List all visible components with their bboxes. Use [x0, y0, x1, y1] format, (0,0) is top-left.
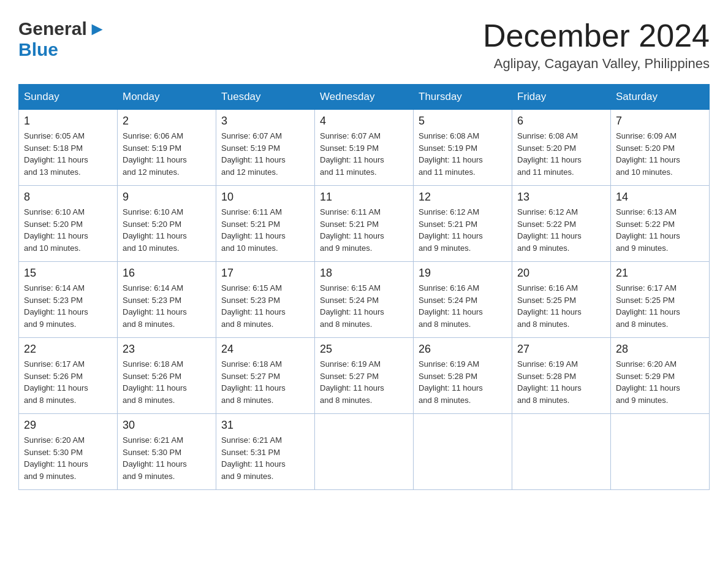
weekday-header-thursday: Thursday [414, 85, 512, 110]
day-info: Sunrise: 6:11 AMSunset: 5:21 PMDaylight:… [221, 206, 309, 254]
day-number: 10 [221, 191, 309, 204]
weekday-header-tuesday: Tuesday [216, 85, 315, 110]
day-info: Sunrise: 6:07 AMSunset: 5:19 PMDaylight:… [320, 130, 408, 178]
logo: General ► Blue [18, 18, 106, 60]
day-info: Sunrise: 6:14 AMSunset: 5:23 PMDaylight:… [123, 282, 211, 330]
day-info: Sunrise: 6:05 AMSunset: 5:18 PMDaylight:… [24, 130, 112, 178]
day-number: 19 [419, 267, 507, 280]
day-number: 3 [221, 115, 309, 128]
day-info: Sunrise: 6:17 AMSunset: 5:25 PMDaylight:… [616, 282, 704, 330]
calendar-cell: 21Sunrise: 6:17 AMSunset: 5:25 PMDayligh… [611, 262, 710, 338]
calendar-cell [611, 414, 710, 490]
day-number: 28 [616, 343, 704, 356]
day-number: 5 [419, 115, 507, 128]
day-info: Sunrise: 6:15 AMSunset: 5:24 PMDaylight:… [320, 282, 408, 330]
calendar-cell: 20Sunrise: 6:16 AMSunset: 5:25 PMDayligh… [512, 262, 611, 338]
day-number: 25 [320, 343, 408, 356]
day-info: Sunrise: 6:16 AMSunset: 5:24 PMDaylight:… [419, 282, 507, 330]
day-number: 22 [24, 343, 112, 356]
calendar-cell: 7Sunrise: 6:09 AMSunset: 5:20 PMDaylight… [611, 110, 710, 186]
day-number: 20 [517, 267, 605, 280]
day-number: 14 [616, 191, 704, 204]
day-number: 9 [123, 191, 211, 204]
calendar-cell [315, 414, 414, 490]
calendar-week-5: 29Sunrise: 6:20 AMSunset: 5:30 PMDayligh… [19, 414, 710, 490]
calendar-cell: 1Sunrise: 6:05 AMSunset: 5:18 PMDaylight… [19, 110, 118, 186]
day-info: Sunrise: 6:20 AMSunset: 5:30 PMDaylight:… [24, 434, 112, 482]
day-info: Sunrise: 6:10 AMSunset: 5:20 PMDaylight:… [24, 206, 112, 254]
day-info: Sunrise: 6:17 AMSunset: 5:26 PMDaylight:… [24, 358, 112, 406]
day-info: Sunrise: 6:19 AMSunset: 5:28 PMDaylight:… [517, 358, 605, 406]
title-block: December 2024 Aglipay, Cagayan Valley, P… [483, 18, 710, 72]
calendar-cell: 5Sunrise: 6:08 AMSunset: 5:19 PMDaylight… [414, 110, 512, 186]
day-number: 1 [24, 115, 112, 128]
calendar-cell: 25Sunrise: 6:19 AMSunset: 5:27 PMDayligh… [315, 338, 414, 414]
calendar-cell: 16Sunrise: 6:14 AMSunset: 5:23 PMDayligh… [118, 262, 216, 338]
calendar-cell: 18Sunrise: 6:15 AMSunset: 5:24 PMDayligh… [315, 262, 414, 338]
weekday-header-saturday: Saturday [611, 85, 710, 110]
calendar-cell: 22Sunrise: 6:17 AMSunset: 5:26 PMDayligh… [19, 338, 118, 414]
day-info: Sunrise: 6:12 AMSunset: 5:22 PMDaylight:… [517, 206, 605, 254]
day-info: Sunrise: 6:08 AMSunset: 5:19 PMDaylight:… [419, 130, 507, 178]
day-number: 13 [517, 191, 605, 204]
calendar-cell: 17Sunrise: 6:15 AMSunset: 5:23 PMDayligh… [216, 262, 315, 338]
logo-arrow-icon: ► [88, 18, 107, 39]
day-number: 11 [320, 191, 408, 204]
day-number: 4 [320, 115, 408, 128]
day-info: Sunrise: 6:18 AMSunset: 5:27 PMDaylight:… [221, 358, 309, 406]
calendar-cell: 11Sunrise: 6:11 AMSunset: 5:21 PMDayligh… [315, 186, 414, 262]
weekday-header-row: SundayMondayTuesdayWednesdayThursdayFrid… [19, 85, 710, 110]
day-info: Sunrise: 6:15 AMSunset: 5:23 PMDaylight:… [221, 282, 309, 330]
month-title: December 2024 [483, 18, 710, 53]
calendar-cell: 6Sunrise: 6:08 AMSunset: 5:20 PMDaylight… [512, 110, 611, 186]
calendar-cell: 3Sunrise: 6:07 AMSunset: 5:19 PMDaylight… [216, 110, 315, 186]
day-info: Sunrise: 6:14 AMSunset: 5:23 PMDaylight:… [24, 282, 112, 330]
day-info: Sunrise: 6:12 AMSunset: 5:21 PMDaylight:… [419, 206, 507, 254]
day-number: 17 [221, 267, 309, 280]
calendar-cell: 24Sunrise: 6:18 AMSunset: 5:27 PMDayligh… [216, 338, 315, 414]
day-info: Sunrise: 6:07 AMSunset: 5:19 PMDaylight:… [221, 130, 309, 178]
weekday-header-friday: Friday [512, 85, 611, 110]
calendar-cell: 8Sunrise: 6:10 AMSunset: 5:20 PMDaylight… [19, 186, 118, 262]
day-info: Sunrise: 6:19 AMSunset: 5:27 PMDaylight:… [320, 358, 408, 406]
location-title: Aglipay, Cagayan Valley, Philippines [483, 56, 710, 72]
weekday-header-monday: Monday [118, 85, 216, 110]
day-number: 8 [24, 191, 112, 204]
day-info: Sunrise: 6:20 AMSunset: 5:29 PMDaylight:… [616, 358, 704, 406]
day-info: Sunrise: 6:10 AMSunset: 5:20 PMDaylight:… [123, 206, 211, 254]
day-number: 7 [616, 115, 704, 128]
calendar-cell: 2Sunrise: 6:06 AMSunset: 5:19 PMDaylight… [118, 110, 216, 186]
calendar-cell: 13Sunrise: 6:12 AMSunset: 5:22 PMDayligh… [512, 186, 611, 262]
day-number: 15 [24, 267, 112, 280]
calendar-cell: 12Sunrise: 6:12 AMSunset: 5:21 PMDayligh… [414, 186, 512, 262]
day-number: 30 [123, 419, 211, 432]
day-number: 6 [517, 115, 605, 128]
calendar-cell: 15Sunrise: 6:14 AMSunset: 5:23 PMDayligh… [19, 262, 118, 338]
calendar-cell: 27Sunrise: 6:19 AMSunset: 5:28 PMDayligh… [512, 338, 611, 414]
calendar-cell [512, 414, 611, 490]
page-header: General ► Blue December 2024 Aglipay, Ca… [18, 18, 710, 72]
day-info: Sunrise: 6:19 AMSunset: 5:28 PMDaylight:… [419, 358, 507, 406]
day-number: 21 [616, 267, 704, 280]
calendar-cell: 14Sunrise: 6:13 AMSunset: 5:22 PMDayligh… [611, 186, 710, 262]
logo-general-text: General [18, 18, 87, 39]
day-info: Sunrise: 6:18 AMSunset: 5:26 PMDaylight:… [123, 358, 211, 406]
day-info: Sunrise: 6:11 AMSunset: 5:21 PMDaylight:… [320, 206, 408, 254]
day-number: 24 [221, 343, 309, 356]
day-number: 29 [24, 419, 112, 432]
calendar-week-3: 15Sunrise: 6:14 AMSunset: 5:23 PMDayligh… [19, 262, 710, 338]
calendar-week-1: 1Sunrise: 6:05 AMSunset: 5:18 PMDaylight… [19, 110, 710, 186]
calendar-cell: 9Sunrise: 6:10 AMSunset: 5:20 PMDaylight… [118, 186, 216, 262]
calendar-week-4: 22Sunrise: 6:17 AMSunset: 5:26 PMDayligh… [19, 338, 710, 414]
day-number: 12 [419, 191, 507, 204]
day-number: 26 [419, 343, 507, 356]
day-number: 31 [221, 419, 309, 432]
weekday-header-sunday: Sunday [19, 85, 118, 110]
calendar-cell: 23Sunrise: 6:18 AMSunset: 5:26 PMDayligh… [118, 338, 216, 414]
calendar-cell: 29Sunrise: 6:20 AMSunset: 5:30 PMDayligh… [19, 414, 118, 490]
weekday-header-wednesday: Wednesday [315, 85, 414, 110]
day-info: Sunrise: 6:21 AMSunset: 5:30 PMDaylight:… [123, 434, 211, 482]
calendar-cell: 30Sunrise: 6:21 AMSunset: 5:30 PMDayligh… [118, 414, 216, 490]
day-number: 18 [320, 267, 408, 280]
calendar-cell: 19Sunrise: 6:16 AMSunset: 5:24 PMDayligh… [414, 262, 512, 338]
